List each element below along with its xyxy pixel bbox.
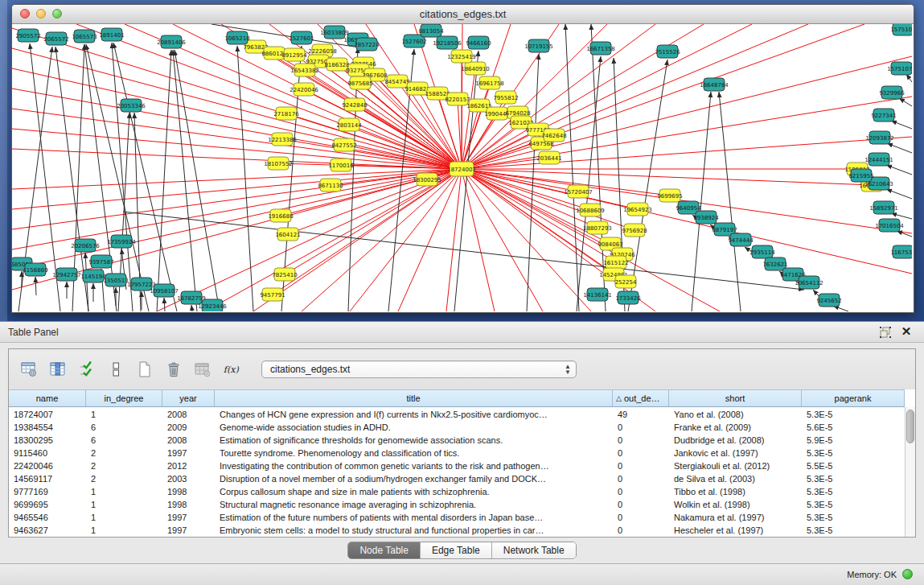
network-node[interactable]: 9457791 (260, 288, 285, 301)
network-edge[interactable] (886, 189, 912, 199)
network-node[interactable]: 17016504 (875, 219, 904, 232)
network-node[interactable]: 7515526 (655, 45, 680, 58)
table-row[interactable]: 946362711997Embryonic stem cells: a mode… (9, 524, 905, 537)
scrollbar-thumb[interactable] (906, 410, 914, 443)
network-node[interactable]: 9245652 (816, 294, 841, 307)
network-node[interactable]: 10958107 (150, 284, 179, 297)
network-node[interactable]: 10719155 (524, 39, 553, 52)
network-node[interactable]: 9397587 (88, 255, 113, 268)
network-node[interactable]: 1527601 (289, 31, 314, 44)
network-node[interactable]: 8938924 (693, 211, 719, 224)
selected-edge[interactable] (462, 113, 497, 169)
column-header-in_degree[interactable]: in_degree (86, 390, 162, 406)
network-node[interactable]: 9466160 (466, 36, 491, 49)
window-titlebar[interactable]: citations_edges.txt (12, 5, 914, 24)
network-node[interactable]: 1615122 (603, 256, 628, 269)
network-node[interactable]: 1733426 (615, 291, 641, 304)
network-node[interactable]: 20891406 (157, 35, 186, 48)
network-node[interactable]: 16648784 (700, 78, 729, 91)
row-height-button[interactable] (105, 359, 126, 380)
network-node[interactable]: 1156869 (23, 263, 47, 276)
network-node[interactable]: 19218506 (433, 36, 462, 49)
network-edge[interactable] (565, 24, 579, 311)
network-edge[interactable] (454, 51, 478, 311)
network-edge[interactable] (886, 165, 912, 175)
network-node[interactable]: 17359924 (107, 235, 136, 248)
network-node[interactable]: 8427552 (331, 138, 356, 151)
network-node[interactable]: 9756928 (622, 224, 647, 237)
network-node[interactable]: 9474444 (728, 233, 754, 246)
network-edge[interactable] (191, 305, 192, 311)
network-node[interactable]: 2065572 (43, 32, 68, 45)
network-node[interactable]: 10688609 (576, 204, 605, 216)
network-node[interactable]: 7857224 (354, 38, 380, 51)
table-row[interactable]: 1456911722003Disruption of a novel membe… (9, 472, 905, 485)
network-node[interactable]: 1575107 (890, 24, 912, 35)
network-node[interactable]: 7955812 (493, 91, 518, 104)
network-node[interactable]: 12213386 (268, 133, 297, 146)
network-hub-node[interactable]: 18724007 (447, 162, 476, 176)
network-node[interactable]: 9699695 (657, 189, 682, 202)
network-node[interactable]: 18640910 (461, 62, 490, 75)
tab-node-table[interactable]: Node Table (348, 542, 421, 558)
show-column-button[interactable] (47, 359, 68, 380)
network-node[interactable]: 19654923 (623, 203, 652, 216)
network-node[interactable]: 18107552 (264, 157, 293, 170)
network-edge[interactable] (175, 50, 220, 311)
network-node[interactable]: 8671130 (318, 179, 343, 192)
network-node[interactable]: 16543382 (290, 64, 319, 76)
float-panel-button[interactable] (879, 326, 892, 339)
network-node[interactable]: 12942757 (52, 268, 81, 281)
network-edge[interactable] (527, 54, 539, 311)
network-node[interactable]: 1145194 (80, 270, 106, 282)
table-scrollbar[interactable] (905, 407, 915, 537)
network-node[interactable]: 1604121 (275, 228, 300, 241)
network-node[interactable]: 12444151 (864, 153, 893, 166)
network-node[interactable]: 15720407 (564, 185, 593, 198)
network-node[interactable]: 1891401 (99, 28, 124, 41)
network-node[interactable]: 20206576 (71, 239, 100, 252)
network-node[interactable]: 18300295 (413, 173, 441, 186)
network-node[interactable]: 9329966 (879, 86, 905, 99)
network-node[interactable]: 1916688 (268, 209, 293, 222)
network-edge[interactable] (112, 43, 133, 311)
network-node[interactable]: 2718176 (273, 107, 299, 120)
column-header-out_de[interactable]: △out_de… (613, 390, 669, 406)
network-node[interactable]: 10654112 (795, 276, 823, 289)
delete-table-button[interactable] (163, 359, 184, 380)
table-row[interactable]: 969969511998Structural magnetic resonanc… (9, 498, 905, 511)
tab-network-table[interactable]: Network Table (492, 542, 576, 558)
network-node[interactable]: 1065573 (72, 30, 97, 43)
table-header-row[interactable]: namein_degreeyeartitle△out_de…shortpager… (9, 389, 905, 407)
network-node[interactable]: 2935114 (749, 245, 775, 258)
network-edge[interactable] (899, 98, 912, 106)
network-node[interactable]: 16671358 (586, 42, 615, 55)
network-node[interactable]: 8912954 (281, 48, 307, 61)
network-node[interactable]: 7825410 (272, 268, 297, 281)
network-edge[interactable] (35, 277, 36, 295)
network-node[interactable]: 12325419 (447, 50, 476, 63)
table-selector-dropdown[interactable]: citations_edges.txt▲▼ (261, 360, 577, 378)
selected-edge[interactable] (349, 125, 462, 169)
close-panel-button[interactable]: ✕ (900, 324, 913, 339)
network-node[interactable]: 15751074 (887, 62, 912, 75)
network-node[interactable]: 16033809 (320, 26, 349, 39)
network-edge[interactable] (891, 121, 912, 129)
table-row[interactable]: 911546021997Tourette syndrome. Phenomeno… (9, 447, 905, 459)
table-row[interactable]: 946554611997Estimation of the future num… (9, 511, 905, 524)
table-row[interactable]: 1938455462009Genome-wide association stu… (9, 421, 905, 434)
network-node[interactable]: 1167535 (890, 245, 912, 258)
network-node[interactable]: 8813054 (418, 24, 444, 37)
selected-edge[interactable] (462, 68, 475, 169)
selected-edge[interactable] (12, 169, 462, 229)
network-node[interactable]: 2036441 (536, 151, 561, 164)
create-table-button[interactable] (134, 359, 155, 380)
selected-edge[interactable] (462, 169, 495, 311)
network-edge[interactable] (887, 143, 912, 153)
table-row[interactable]: 1872400712008Changes of HCN gene express… (9, 408, 905, 421)
network-node[interactable]: 2803144 (336, 118, 362, 131)
network-node[interactable]: 20053346 (117, 99, 146, 112)
network-node[interactable]: 15892971 (869, 201, 898, 214)
network-edge[interactable] (113, 43, 177, 311)
table-row[interactable]: 2242004622012Investigating the contribut… (9, 459, 905, 472)
